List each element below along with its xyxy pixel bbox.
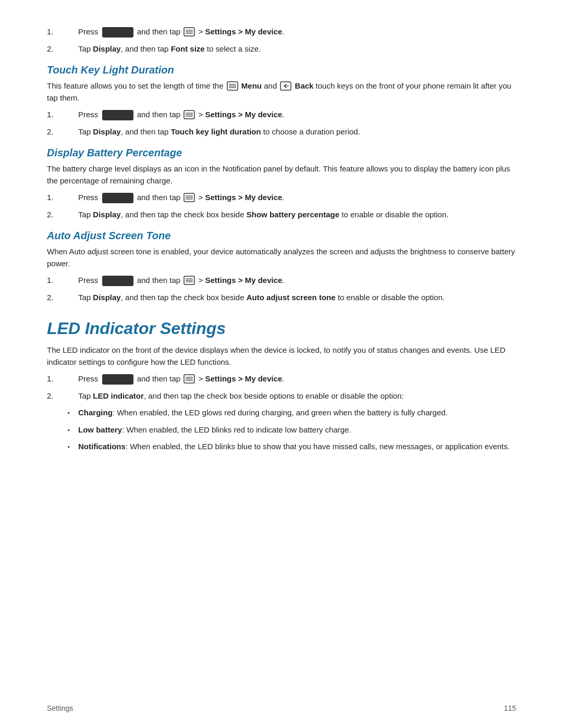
- led-step-1: 1. Press and then tap > Settings > My de…: [47, 373, 516, 385]
- menu-icon-5: [183, 276, 195, 285]
- menu-icon-2: [227, 81, 238, 91]
- back-icon: [280, 81, 291, 91]
- touch-key-body: This feature allows you to set the lengt…: [47, 80, 516, 104]
- auto-adjust-body: When Auto adjust screen tone is enabled,…: [47, 246, 516, 269]
- battery-step-2: 2. Tap Display, and then tap the check b…: [47, 209, 516, 221]
- intro-step-2: 2. Tap Display, and then tap Font size t…: [47, 43, 516, 55]
- battery-heading: Display Battery Percentage: [47, 147, 516, 159]
- led-bullet-low-battery: ▪ Low battery: When enabled, the LED bli…: [68, 424, 516, 436]
- led-bullet-notifications: ▪ Notifications: When enabled, the LED b…: [68, 441, 516, 453]
- intro-step-1: 1. Press and then tap > Settings > My de…: [47, 26, 516, 38]
- menu-icon-6: [183, 374, 195, 384]
- led-body: The LED indicator on the front of the de…: [47, 344, 516, 368]
- menu-icon-4: [183, 193, 195, 202]
- home-button-4: [102, 276, 133, 286]
- auto-adjust-step-2: 2. Tap Display, and then tap the check b…: [47, 292, 516, 304]
- home-button: [102, 27, 133, 38]
- touch-key-steps: 1. Press and then tap > Settings > My de…: [47, 109, 516, 138]
- footer-left: Settings: [47, 704, 74, 712]
- menu-icon: [183, 27, 195, 36]
- touch-key-step-2: 2. Tap Display, and then tap Touch key l…: [47, 126, 516, 138]
- auto-adjust-section: Auto Adjust Screen Tone When Auto adjust…: [47, 230, 516, 303]
- led-steps: 1. Press and then tap > Settings > My de…: [47, 373, 516, 402]
- auto-adjust-heading: Auto Adjust Screen Tone: [47, 230, 516, 242]
- led-heading: LED Indicator Settings: [47, 319, 516, 338]
- page-footer: Settings 115: [47, 704, 516, 712]
- touch-key-heading: Touch Key Light Duration: [47, 64, 516, 76]
- led-bullet-charging: ▪ Charging: When enabled, the LED glows …: [68, 407, 516, 419]
- led-bullets: ▪ Charging: When enabled, the LED glows …: [68, 407, 516, 453]
- home-button-3: [102, 193, 133, 203]
- intro-steps: 1. Press and then tap > Settings > My de…: [47, 26, 516, 55]
- home-button-2: [102, 110, 133, 120]
- battery-step-1: 1. Press and then tap > Settings > My de…: [47, 192, 516, 204]
- page-content: 1. Press and then tap > Settings > My de…: [0, 0, 563, 489]
- auto-adjust-steps: 1. Press and then tap > Settings > My de…: [47, 275, 516, 303]
- battery-section: Display Battery Percentage The battery c…: [47, 147, 516, 220]
- led-section: LED Indicator Settings The LED indicator…: [47, 319, 516, 453]
- footer-right: 115: [504, 704, 516, 712]
- auto-adjust-step-1: 1. Press and then tap > Settings > My de…: [47, 275, 516, 287]
- battery-steps: 1. Press and then tap > Settings > My de…: [47, 192, 516, 220]
- led-step-2: 2. Tap LED indicator, and then tap the c…: [47, 390, 516, 402]
- battery-body: The battery charge level displays as an …: [47, 163, 516, 187]
- touch-key-section: Touch Key Light Duration This feature al…: [47, 64, 516, 138]
- touch-key-step-1: 1. Press and then tap > Settings > My de…: [47, 109, 516, 121]
- home-button-5: [102, 374, 133, 385]
- menu-icon-3: [183, 110, 195, 119]
